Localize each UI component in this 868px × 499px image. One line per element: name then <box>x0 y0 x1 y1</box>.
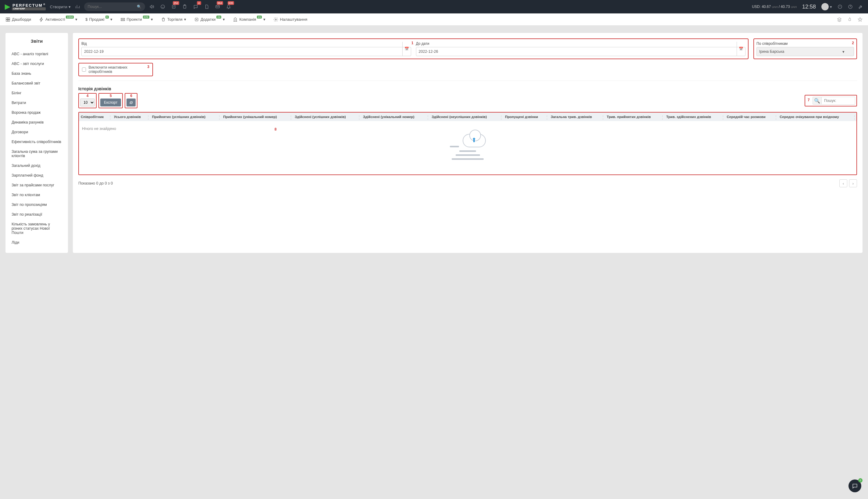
sidebar-item[interactable]: Звіт за прайсами послуг <box>5 180 68 190</box>
chevron-down-icon: ▾ <box>223 17 225 22</box>
page-prev-button[interactable]: ‹ <box>839 179 847 187</box>
menu-sales[interactable]: $Продажі8▾ <box>85 17 112 22</box>
column-header[interactable]: Прийнятих (унікальний номер)↑↓ <box>221 112 293 121</box>
page-size-select[interactable]: 10 <box>80 98 95 107</box>
tasks-icon[interactable]: 252 <box>171 4 176 9</box>
empty-illustration: ⬆ <box>82 131 853 169</box>
menu-dashboards[interactable]: Дашборди <box>5 17 31 22</box>
currency-unit1: UAH <box>772 5 778 9</box>
svg-rect-11 <box>121 18 125 19</box>
sidebar-item[interactable]: Ефективність співробітників <box>5 137 68 147</box>
sidebar-item[interactable]: ABC - звіт послуги <box>5 59 68 69</box>
annotation-6: 6 <box>130 94 132 98</box>
exclude-checkbox[interactable] <box>82 68 86 72</box>
chat-fab[interactable]: 0 <box>848 479 861 492</box>
stats-icon[interactable] <box>75 4 80 9</box>
column-header[interactable]: Здійснені (успішних дзвінків)↑↓ <box>293 112 361 121</box>
file-icon[interactable] <box>204 4 209 9</box>
sidebar-title: Звіти <box>5 38 68 44</box>
main-content: 1 Від 📅 До дати 📅 2 По співробіт <box>73 33 863 253</box>
flame-icon[interactable] <box>847 17 852 22</box>
logo-reg: ® <box>43 3 46 6</box>
sort-icon: ↑↓ <box>290 115 292 120</box>
svg-rect-4 <box>216 5 219 8</box>
sidebar-item[interactable]: Ліди <box>5 238 68 247</box>
export-button[interactable]: Експорт <box>100 98 121 107</box>
column-header[interactable]: Трив. здійснених дзвінків↑↓ <box>664 112 725 121</box>
refresh-button[interactable] <box>126 98 136 107</box>
logo-sub: CRM+ERP <box>12 7 46 10</box>
column-header[interactable]: Співробітник↑↓ <box>79 112 112 121</box>
column-header[interactable]: Середній час розмови↑↓ <box>725 112 778 121</box>
sidebar-item[interactable]: ABC - аналіз торгівлі <box>5 49 68 59</box>
calendar-icon[interactable]: 📅 <box>402 42 411 56</box>
sidebar-item[interactable]: Звіт по реалізації <box>5 209 68 219</box>
message-icon[interactable]: 4 <box>193 4 198 9</box>
bell-icon[interactable]: 635 <box>226 4 231 9</box>
table-search-input[interactable] <box>822 97 855 105</box>
table-search-button[interactable]: 🔍 <box>813 97 822 105</box>
global-search-input[interactable] <box>88 4 137 9</box>
user-menu[interactable]: ▾ <box>821 3 832 10</box>
calendar-icon[interactable]: 📅 <box>737 42 745 56</box>
sidebar-item[interactable]: Договори <box>5 127 68 137</box>
column-header[interactable]: Здійснені (неуспішних дзвінків)↑↓ <box>430 112 503 121</box>
power-icon[interactable] <box>838 4 842 9</box>
menu-addons[interactable]: Додатки24▾ <box>194 17 225 22</box>
date-from-input[interactable] <box>81 47 411 56</box>
logo-mark-icon: ▶ <box>5 3 11 11</box>
sidebar-item[interactable]: Зарплатний фонд <box>5 170 68 180</box>
exclude-label: Виключити неактивних співробітників <box>88 65 149 74</box>
clipboard-icon[interactable] <box>182 4 187 9</box>
sidebar-item[interactable]: Кількість замовлень у різних статусах Но… <box>5 219 68 238</box>
help-icon[interactable] <box>848 4 853 9</box>
sidebar-item[interactable]: Воронка продаж <box>5 108 68 118</box>
column-header[interactable]: Середнє очікування при вхідному↑↓ <box>778 112 856 121</box>
sidebar-item[interactable]: Витрати <box>5 98 68 108</box>
column-header[interactable]: Здійснені (унікальний номер)↑↓ <box>361 112 430 121</box>
export-block: 5 Експорт <box>99 93 123 108</box>
wrench-icon[interactable] <box>858 4 863 9</box>
top-icons: 252 4 964 635 <box>149 4 231 9</box>
annotation-4: 4 <box>87 94 89 98</box>
sidebar-item[interactable]: Звіт по клієнтам <box>5 190 68 200</box>
message-badge: 4 <box>197 1 201 5</box>
menu-settings[interactable]: Налаштування <box>273 17 307 22</box>
logo[interactable]: ▶ PERFECTUM ® CRM+ERP <box>5 3 46 11</box>
sound-icon[interactable] <box>149 4 154 9</box>
column-header[interactable]: Пропущені дзвінки↑↓ <box>503 112 549 121</box>
column-header[interactable]: Прийнятих (успішних дзвінків)↑↓ <box>150 112 222 121</box>
layers-icon[interactable] <box>837 17 842 22</box>
sidebar-item[interactable]: Загальна сума за групами клієнтів <box>5 147 68 161</box>
sidebar-item[interactable]: Динаміка рахунків <box>5 118 68 127</box>
sidebar-item[interactable]: Звіт по пропозиціям <box>5 200 68 209</box>
create-button[interactable]: Створити ▾ <box>50 4 71 9</box>
menu-projects[interactable]: Проекти229▾ <box>121 17 153 22</box>
column-header[interactable]: Трив. прийнятих дзвінків↑↓ <box>605 112 664 121</box>
clock: 12:58 <box>802 4 816 10</box>
sidebar-item[interactable]: База знань <box>5 69 68 78</box>
mail-icon[interactable]: 964 <box>215 4 220 9</box>
star-icon[interactable] <box>858 17 863 22</box>
column-header[interactable]: Усього дзвінків↑↓ <box>112 112 150 121</box>
menu-proj-badge: 229 <box>143 15 149 19</box>
menu-settings-label: Налаштування <box>280 17 307 22</box>
menu-sales-badge: 8 <box>105 15 109 19</box>
sidebar-item[interactable]: Загальний дохід <box>5 161 68 170</box>
exclude-inactive-block[interactable]: Виключити неактивних співробітників 3 <box>78 63 153 76</box>
page-next-button[interactable]: › <box>849 179 857 187</box>
employee-select[interactable]: Ірина Барська ▾ <box>756 47 854 56</box>
sidebar-item[interactable]: Балансовий звіт <box>5 78 68 88</box>
global-search[interactable]: 🔍 <box>84 2 145 11</box>
menu-activities[interactable]: Активності1858▾ <box>39 17 77 22</box>
menu-trade[interactable]: Торгівля▾ <box>161 17 186 22</box>
column-header[interactable]: Загальна трив. дзвінків↑↓ <box>549 112 605 121</box>
table-search-block: 7 🔍 <box>805 95 857 107</box>
annotation-5: 5 <box>110 94 112 98</box>
cloud-upload-icon: ⬆ <box>463 134 486 147</box>
chat-icon[interactable] <box>160 4 165 9</box>
date-to-input[interactable] <box>416 47 746 56</box>
menu-company[interactable]: Компанія21▾ <box>233 17 265 22</box>
menu-company-label: Компанія <box>239 17 256 22</box>
sidebar-item[interactable]: Білінг <box>5 88 68 98</box>
